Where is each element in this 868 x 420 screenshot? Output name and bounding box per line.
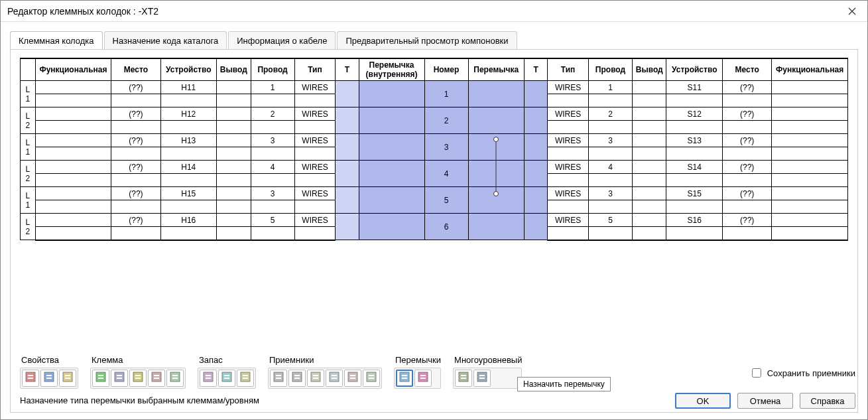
table-cell[interactable] (251, 121, 294, 134)
table-cell[interactable] (217, 107, 251, 121)
column-header[interactable]: Функциональная (772, 58, 848, 81)
table-cell[interactable] (251, 174, 294, 187)
table-cell[interactable]: WIRES (548, 134, 589, 147)
table-cell[interactable] (633, 187, 666, 200)
column-header[interactable]: Провод (589, 58, 633, 81)
column-header[interactable] (21, 58, 36, 81)
table-cell[interactable]: 3 (589, 187, 633, 200)
number-cell[interactable]: 5 (424, 187, 468, 214)
table-cell[interactable] (633, 107, 666, 121)
table-cell[interactable]: WIRES (294, 187, 336, 200)
table-cell[interactable] (217, 147, 251, 161)
table-cell[interactable] (217, 134, 251, 147)
number-cell[interactable]: 4 (424, 161, 468, 187)
table-cell[interactable] (666, 174, 723, 187)
table-cell[interactable] (251, 227, 294, 240)
table-cell[interactable] (111, 121, 160, 134)
jumper-cell[interactable] (468, 161, 525, 187)
table-cell[interactable] (336, 81, 359, 107)
table-cell[interactable] (160, 147, 217, 161)
number-cell[interactable]: 3 (424, 134, 468, 161)
table-cell[interactable]: (??) (723, 134, 772, 147)
table-cell[interactable]: H12 (160, 107, 217, 121)
table-cell[interactable] (772, 200, 848, 214)
ok-button[interactable]: OK (675, 393, 731, 409)
terminal-table[interactable]: ФункциональнаяМестоУстройствоВыводПровод… (20, 58, 848, 241)
table-cell[interactable] (633, 227, 666, 240)
table-cell[interactable] (217, 174, 251, 187)
recv-tri-button[interactable] (307, 370, 324, 387)
table-cell[interactable] (336, 107, 359, 134)
table-cell[interactable] (525, 134, 548, 161)
table-cell[interactable] (35, 107, 111, 121)
terminal-insert-button[interactable] (111, 370, 128, 387)
table-cell[interactable] (111, 94, 160, 107)
table-cell[interactable] (589, 174, 633, 187)
table-cell[interactable]: 5 (589, 214, 633, 227)
table-cell[interactable]: (??) (111, 214, 160, 227)
table-cell[interactable] (160, 174, 217, 187)
table-cell[interactable] (35, 214, 111, 227)
table-cell[interactable]: H14 (160, 161, 217, 174)
table-cell[interactable]: 4 (251, 161, 294, 174)
table-cell[interactable] (666, 200, 723, 214)
level-cell[interactable]: L 1 (21, 187, 36, 214)
table-cell[interactable] (294, 174, 336, 187)
column-header[interactable]: T (336, 58, 359, 81)
column-header[interactable]: Перемычка (внутренняя) (359, 58, 424, 81)
table-cell[interactable] (633, 121, 666, 134)
table-cell[interactable] (251, 200, 294, 214)
table-cell[interactable] (723, 227, 772, 240)
table-cell[interactable] (548, 174, 589, 187)
number-cell[interactable]: 1 (424, 81, 468, 107)
table-cell[interactable]: WIRES (294, 107, 336, 121)
multi-out-button[interactable] (473, 370, 491, 387)
table-cell[interactable] (160, 121, 217, 134)
table-cell[interactable] (251, 147, 294, 161)
jumper-inner-cell[interactable] (359, 187, 424, 214)
table-cell[interactable]: 1 (589, 81, 633, 94)
cancel-button[interactable]: Отмена (737, 393, 793, 409)
save-receivers-input[interactable] (752, 368, 761, 378)
table-cell[interactable]: WIRES (548, 187, 589, 200)
jumper-cell[interactable] (468, 81, 525, 107)
table-cell[interactable]: 3 (251, 134, 294, 147)
column-header[interactable]: Тип (294, 58, 336, 81)
table-cell[interactable] (772, 214, 848, 227)
column-header[interactable]: Провод (251, 58, 294, 81)
table-cell[interactable] (772, 174, 848, 187)
table-cell[interactable]: (??) (723, 214, 772, 227)
jumper-cell[interactable] (468, 134, 525, 161)
table-cell[interactable] (633, 94, 666, 107)
table-cell[interactable]: (??) (111, 187, 160, 200)
props-paste-button[interactable] (59, 370, 76, 387)
table-cell[interactable] (336, 134, 359, 161)
table-cell[interactable] (294, 94, 336, 107)
recv-up-button[interactable] (270, 370, 287, 387)
table-cell[interactable] (217, 94, 251, 107)
column-header[interactable]: Тип (548, 58, 589, 81)
table-cell[interactable]: WIRES (548, 214, 589, 227)
number-cell[interactable]: 2 (424, 107, 468, 134)
column-header[interactable]: Номер (424, 58, 468, 81)
level-cell[interactable]: L 1 (21, 134, 36, 161)
table-cell[interactable]: H11 (160, 81, 217, 94)
table-cell[interactable]: (??) (111, 161, 160, 174)
table-cell[interactable] (548, 147, 589, 161)
tab-0[interactable]: Клеммная колодка (10, 31, 103, 50)
table-cell[interactable] (633, 161, 666, 174)
table-cell[interactable] (666, 147, 723, 161)
table-cell[interactable] (589, 227, 633, 240)
multi-in-button[interactable] (455, 370, 472, 387)
table-cell[interactable] (35, 134, 111, 147)
table-cell[interactable] (160, 227, 217, 240)
table-cell[interactable]: H13 (160, 134, 217, 147)
table-cell[interactable]: (??) (111, 107, 160, 121)
table-cell[interactable] (35, 94, 111, 107)
table-cell[interactable]: WIRES (294, 214, 336, 227)
table-cell[interactable]: (??) (111, 81, 160, 94)
table-cell[interactable] (548, 200, 589, 214)
table-cell[interactable] (772, 227, 848, 240)
table-cell[interactable] (772, 161, 848, 174)
spare-down-button[interactable] (218, 370, 235, 387)
